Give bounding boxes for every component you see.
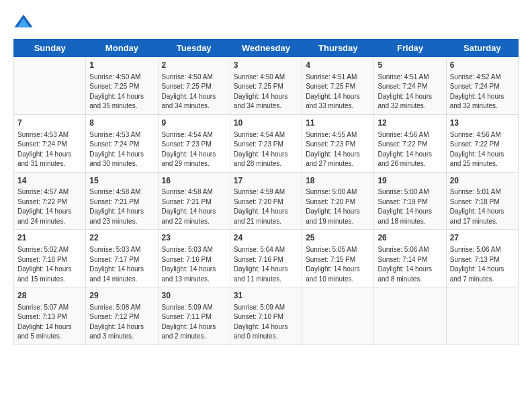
calendar-cell: 17Sunrise: 4:59 AMSunset: 7:20 PMDayligh… <box>230 172 302 230</box>
day-number: 29 <box>89 290 154 302</box>
day-number: 25 <box>306 232 370 244</box>
cell-content: Sunrise: 4:56 AMSunset: 7:22 PMDaylight:… <box>378 130 442 169</box>
day-number: 3 <box>234 60 298 71</box>
day-number: 31 <box>234 290 298 302</box>
day-number: 16 <box>162 175 226 187</box>
calendar-cell: 28Sunrise: 5:07 AMSunset: 7:13 PMDayligh… <box>14 287 86 345</box>
cell-content: Sunrise: 5:01 AMSunset: 7:18 PMDaylight:… <box>450 187 515 226</box>
day-number: 19 <box>378 175 442 187</box>
calendar-header-row: SundayMondayTuesdayWednesdayThursdayFrid… <box>14 40 519 57</box>
day-header-monday: Monday <box>86 40 158 57</box>
cell-content: Sunrise: 4:51 AMSunset: 7:24 PMDaylight:… <box>378 73 442 111</box>
day-number: 15 <box>89 175 154 187</box>
day-number: 20 <box>450 175 515 187</box>
calendar-cell: 11Sunrise: 4:55 AMSunset: 7:23 PMDayligh… <box>302 114 374 172</box>
day-number: 27 <box>450 232 515 244</box>
day-number: 1 <box>89 60 154 71</box>
calendar-cell: 30Sunrise: 5:09 AMSunset: 7:11 PMDayligh… <box>158 287 230 345</box>
cell-content: Sunrise: 5:00 AMSunset: 7:19 PMDaylight:… <box>378 187 442 226</box>
cell-content: Sunrise: 4:51 AMSunset: 7:25 PMDaylight:… <box>306 73 370 111</box>
calendar-cell: 14Sunrise: 4:57 AMSunset: 7:22 PMDayligh… <box>14 172 86 230</box>
calendar-week-5: 28Sunrise: 5:07 AMSunset: 7:13 PMDayligh… <box>14 287 519 345</box>
cell-content: Sunrise: 4:50 AMSunset: 7:25 PMDaylight:… <box>162 73 226 111</box>
day-number: 14 <box>17 175 82 187</box>
page: SundayMondayTuesdayWednesdayThursdayFrid… <box>0 0 532 352</box>
cell-content: Sunrise: 4:54 AMSunset: 7:23 PMDaylight:… <box>234 130 298 169</box>
day-number: 26 <box>378 232 442 244</box>
day-number: 22 <box>89 232 154 244</box>
calendar-week-4: 21Sunrise: 5:02 AMSunset: 7:18 PMDayligh… <box>14 230 519 287</box>
calendar-cell: 13Sunrise: 4:56 AMSunset: 7:22 PMDayligh… <box>446 114 518 172</box>
calendar-week-1: 1Sunrise: 4:50 AMSunset: 7:25 PMDaylight… <box>14 57 519 115</box>
calendar-cell: 9Sunrise: 4:54 AMSunset: 7:23 PMDaylight… <box>158 114 230 172</box>
cell-content: Sunrise: 5:03 AMSunset: 7:17 PMDaylight:… <box>89 245 154 284</box>
cell-content: Sunrise: 5:05 AMSunset: 7:15 PMDaylight:… <box>306 245 370 284</box>
cell-content: Sunrise: 4:58 AMSunset: 7:21 PMDaylight:… <box>89 187 154 226</box>
day-number: 23 <box>162 232 226 244</box>
day-header-wednesday: Wednesday <box>230 40 302 57</box>
cell-content: Sunrise: 4:50 AMSunset: 7:25 PMDaylight:… <box>89 73 154 111</box>
calendar-cell: 10Sunrise: 4:54 AMSunset: 7:23 PMDayligh… <box>230 114 302 172</box>
cell-content: Sunrise: 5:07 AMSunset: 7:13 PMDaylight:… <box>17 303 82 342</box>
calendar-cell: 18Sunrise: 5:00 AMSunset: 7:20 PMDayligh… <box>302 172 374 230</box>
cell-content: Sunrise: 4:55 AMSunset: 7:23 PMDaylight:… <box>306 130 370 169</box>
calendar-week-2: 7Sunrise: 4:53 AMSunset: 7:24 PMDaylight… <box>14 114 519 172</box>
cell-content: Sunrise: 5:09 AMSunset: 7:11 PMDaylight:… <box>162 303 226 342</box>
calendar-table: SundayMondayTuesdayWednesdayThursdayFrid… <box>13 39 519 345</box>
logo <box>13 12 36 32</box>
cell-content: Sunrise: 4:53 AMSunset: 7:24 PMDaylight:… <box>17 130 82 169</box>
calendar-cell: 31Sunrise: 5:09 AMSunset: 7:10 PMDayligh… <box>230 287 302 345</box>
calendar-cell: 25Sunrise: 5:05 AMSunset: 7:15 PMDayligh… <box>302 230 374 287</box>
calendar-cell: 20Sunrise: 5:01 AMSunset: 7:18 PMDayligh… <box>446 172 518 230</box>
day-number: 6 <box>450 60 515 71</box>
header <box>13 12 519 32</box>
day-number: 4 <box>306 60 370 71</box>
calendar-cell: 24Sunrise: 5:04 AMSunset: 7:16 PMDayligh… <box>230 230 302 287</box>
cell-content: Sunrise: 5:06 AMSunset: 7:14 PMDaylight:… <box>378 245 442 284</box>
day-header-saturday: Saturday <box>446 40 518 57</box>
day-number: 10 <box>234 118 298 129</box>
calendar-cell: 23Sunrise: 5:03 AMSunset: 7:16 PMDayligh… <box>158 230 230 287</box>
day-number: 8 <box>89 118 154 129</box>
calendar-cell <box>374 287 446 345</box>
calendar-cell: 6Sunrise: 4:52 AMSunset: 7:24 PMDaylight… <box>446 57 518 115</box>
day-number: 7 <box>17 118 82 129</box>
calendar-cell: 22Sunrise: 5:03 AMSunset: 7:17 PMDayligh… <box>86 230 158 287</box>
calendar-week-3: 14Sunrise: 4:57 AMSunset: 7:22 PMDayligh… <box>14 172 519 230</box>
calendar-cell: 7Sunrise: 4:53 AMSunset: 7:24 PMDaylight… <box>14 114 86 172</box>
cell-content: Sunrise: 4:52 AMSunset: 7:24 PMDaylight:… <box>450 73 515 111</box>
cell-content: Sunrise: 5:04 AMSunset: 7:16 PMDaylight:… <box>234 245 298 284</box>
day-number: 24 <box>234 232 298 244</box>
calendar-cell <box>446 287 518 345</box>
cell-content: Sunrise: 5:03 AMSunset: 7:16 PMDaylight:… <box>162 245 226 284</box>
calendar-cell: 16Sunrise: 4:58 AMSunset: 7:21 PMDayligh… <box>158 172 230 230</box>
calendar-cell <box>14 57 86 115</box>
day-number: 11 <box>306 118 370 129</box>
day-number: 12 <box>378 118 442 129</box>
cell-content: Sunrise: 4:54 AMSunset: 7:23 PMDaylight:… <box>162 130 226 169</box>
day-number: 13 <box>450 118 515 129</box>
day-number: 17 <box>234 175 298 187</box>
day-number: 18 <box>306 175 370 187</box>
day-number: 30 <box>162 290 226 302</box>
calendar-cell: 1Sunrise: 4:50 AMSunset: 7:25 PMDaylight… <box>86 57 158 115</box>
day-header-friday: Friday <box>374 40 446 57</box>
cell-content: Sunrise: 4:57 AMSunset: 7:22 PMDaylight:… <box>17 187 82 226</box>
cell-content: Sunrise: 5:02 AMSunset: 7:18 PMDaylight:… <box>17 245 82 284</box>
calendar-cell <box>302 287 374 345</box>
day-number: 9 <box>162 118 226 129</box>
calendar-cell: 4Sunrise: 4:51 AMSunset: 7:25 PMDaylight… <box>302 57 374 115</box>
day-number: 2 <box>162 60 226 71</box>
day-number: 21 <box>17 232 82 244</box>
calendar-cell: 21Sunrise: 5:02 AMSunset: 7:18 PMDayligh… <box>14 230 86 287</box>
calendar-cell: 3Sunrise: 4:50 AMSunset: 7:25 PMDaylight… <box>230 57 302 115</box>
calendar-cell: 26Sunrise: 5:06 AMSunset: 7:14 PMDayligh… <box>374 230 446 287</box>
day-number: 28 <box>17 290 82 302</box>
cell-content: Sunrise: 4:50 AMSunset: 7:25 PMDaylight:… <box>234 73 298 111</box>
day-header-tuesday: Tuesday <box>158 40 230 57</box>
calendar-cell: 2Sunrise: 4:50 AMSunset: 7:25 PMDaylight… <box>158 57 230 115</box>
cell-content: Sunrise: 5:09 AMSunset: 7:10 PMDaylight:… <box>234 303 298 342</box>
cell-content: Sunrise: 5:08 AMSunset: 7:12 PMDaylight:… <box>89 303 154 342</box>
cell-content: Sunrise: 4:58 AMSunset: 7:21 PMDaylight:… <box>162 187 226 226</box>
calendar-cell: 27Sunrise: 5:06 AMSunset: 7:13 PMDayligh… <box>446 230 518 287</box>
